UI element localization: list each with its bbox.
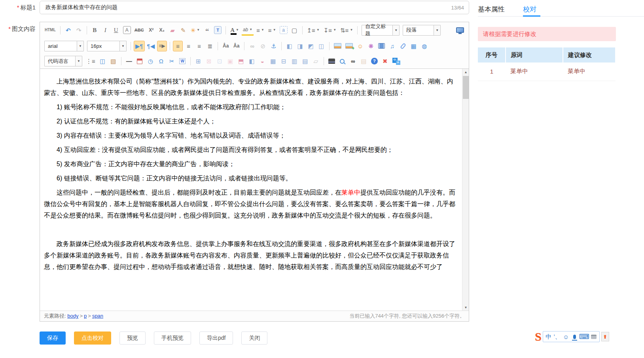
image-float-left-button[interactable]: ◧ <box>284 41 294 51</box>
find-replace-button[interactable]: ∞ <box>348 56 358 66</box>
mobile-preview-button[interactable]: 手机预览 <box>154 331 191 345</box>
ordered-list-button[interactable]: ≡▼ <box>255 25 266 36</box>
title-input[interactable] <box>45 4 447 11</box>
superscript-button[interactable]: X² <box>146 25 156 36</box>
attachment-button[interactable] <box>398 41 408 51</box>
chevron-down-icon[interactable]: ▼ <box>75 56 82 66</box>
editor-content-area[interactable]: 上海慧洲信息技术有限公司（简称“慧洲科技”）作为国内领先的、专业的政务新媒体检查… <box>40 69 469 311</box>
indent-button[interactable]: ≡▶ <box>157 41 167 51</box>
sogou-logo-icon[interactable]: S <box>535 331 542 343</box>
clipboard-button[interactable]: ▤ <box>359 56 369 66</box>
editor-paragraph[interactable]: 6) 链接错误、断链等其它问题：正文内容中的链接无法访问，或者链接出现问题等。 <box>44 172 456 184</box>
anchor-style-button[interactable]: a <box>280 26 288 34</box>
remove-format-button[interactable]: ▰ <box>168 25 178 36</box>
iframe-button[interactable]: ◍ <box>419 41 429 51</box>
char-border-button[interactable]: A <box>123 26 131 34</box>
save-button[interactable]: 保存 <box>40 331 66 345</box>
screenshot-button[interactable]: ✂ <box>167 56 177 66</box>
columns-button[interactable]: ◫ <box>98 56 108 66</box>
new-page-button[interactable]: ▢ <box>290 25 299 36</box>
font-select[interactable]: arial▼ <box>44 41 84 51</box>
translate-button[interactable] <box>391 56 402 66</box>
paragraph-select[interactable]: 段落▼ <box>403 25 441 36</box>
date-button[interactable] <box>135 56 145 66</box>
table-row[interactable]: 1莱单中菜单中 <box>478 63 616 81</box>
element-path-link-span[interactable]: span <box>92 313 103 319</box>
video-button[interactable] <box>377 41 386 51</box>
undo-button[interactable]: ↶ <box>63 25 73 36</box>
hr-button[interactable]: — <box>124 56 134 66</box>
chevron-down-icon[interactable]: ▼ <box>119 41 126 51</box>
chevron-down-icon[interactable]: ▼ <box>434 25 440 35</box>
print-button[interactable] <box>327 56 337 66</box>
insert-image-button[interactable] <box>332 41 343 51</box>
editor-document[interactable]: 上海慧洲信息技术有限公司（简称“慧洲科技”）作为国内领先的、专业的政务新媒体检查… <box>40 69 462 311</box>
emoji-button[interactable]: ☺ <box>355 41 365 51</box>
editor-paragraph[interactable]: 上海慧洲信息技术有限公司（简称“慧洲科技”）作为国内领先的、专业的政务新媒体检查… <box>44 76 456 98</box>
editor-paragraph[interactable]: 4) 互动回应差：没有提供互动回应功能，或者网民提出了问题而没有得到答复，或者答… <box>44 144 456 155</box>
chevron-down-icon[interactable]: ▼ <box>236 28 239 32</box>
tab-proofread[interactable]: 校对 <box>523 5 536 16</box>
preview-button[interactable]: 预览 <box>119 331 146 345</box>
ime-expand-icon[interactable]: ⬆ <box>601 332 609 341</box>
heading-select[interactable]: 自定义标题▼ <box>362 25 400 36</box>
hanging-indent-button[interactable]: ¶◀ <box>146 41 157 51</box>
split-col-button[interactable]: ▥ <box>290 56 299 66</box>
scrollbar-down-arrow[interactable]: ▼ <box>462 304 469 311</box>
font-color-button[interactable]: A▼ <box>229 25 241 36</box>
special-char-button[interactable]: Ω <box>156 56 166 66</box>
tab-basic-props[interactable]: 基本属性 <box>478 5 505 16</box>
soft-keyboard-icon[interactable]: ⌨ <box>579 332 589 341</box>
size-select[interactable]: 16px▼ <box>87 41 127 51</box>
strikethrough-button[interactable]: ABC <box>133 25 146 36</box>
blockquote-button[interactable]: “ <box>202 25 212 36</box>
chevron-down-icon[interactable]: ▼ <box>392 25 399 35</box>
baidu-map-button[interactable]: ▧ <box>108 56 118 66</box>
code-block-button[interactable]: ⋮≡ <box>84 56 97 66</box>
scrollbar-thumb[interactable] <box>463 76 469 99</box>
first-line-indent-button[interactable]: ▶¶ <box>134 41 145 51</box>
line-height-button[interactable]: ⇅≡▼ <box>339 25 354 36</box>
delete-table-button[interactable]: ⊠ <box>204 56 214 66</box>
batch-image-button[interactable] <box>344 41 354 51</box>
editor-paragraph[interactable]: 1) 账号名称不规范：不能很好地反映属地信息，或者不能体现政府部门工作职能； <box>44 101 456 113</box>
editor-scrollbar[interactable]: ▲ ▼ <box>462 69 469 311</box>
emoji-panel-icon[interactable]: ☺ <box>562 332 570 341</box>
chevron-down-icon[interactable]: ▼ <box>249 28 252 31</box>
preview-button[interactable] <box>337 56 347 66</box>
editor-paragraph[interactable]: 3) 内容存在错误：主要体现为领导人名字写错、地名写错以及词语、成语错误等； <box>44 130 456 141</box>
image-inline-button[interactable]: ◩ <box>306 41 316 51</box>
toolbox-icon[interactable] <box>589 332 598 341</box>
format-brush-button[interactable]: ✎ <box>178 25 188 36</box>
align-justify-button[interactable]: ≣ <box>205 41 215 51</box>
proofread-button[interactable]: 点击校对 <box>74 331 111 345</box>
highlight-color-button[interactable]: ab▼ <box>241 25 254 36</box>
editor-paragraph[interactable]: 5) 发布商业广告：正文内容中存在大量的商业广告，影响阅读； <box>44 158 456 170</box>
split-row-button[interactable]: ⊟ <box>279 56 289 66</box>
editor-paragraph[interactable]: 2) 认证信息不规范：有的新媒体账号认证主体还是个人； <box>44 116 456 127</box>
chevron-down-icon[interactable]: ▼ <box>197 28 200 32</box>
italic-button[interactable]: I <box>100 25 110 36</box>
scrollbar-up-arrow[interactable]: ▲ <box>462 69 469 75</box>
chevron-down-icon[interactable]: ▼ <box>273 28 276 32</box>
insert-col-left-button[interactable]: ◧ <box>247 56 257 66</box>
underline-button[interactable]: U <box>111 25 121 36</box>
time-button[interactable]: ◷ <box>146 56 155 66</box>
voice-input-icon[interactable] <box>570 332 579 341</box>
element-path-link-body[interactable]: body <box>67 313 78 319</box>
fullscreen-button[interactable] <box>455 25 466 36</box>
chevron-down-icon[interactable]: ▼ <box>333 28 336 32</box>
align-right-button[interactable]: ≡ <box>194 41 204 51</box>
editor-paragraph[interactable] <box>44 224 456 235</box>
align-center-button[interactable]: ≡ <box>184 41 193 51</box>
insert-table-button[interactable]: ⊞ <box>193 56 203 66</box>
editor-paragraph[interactable]: 这些问题中，一般的问题经检查、提出后，都能得到及时改正，目前最主要的问题就是互动… <box>44 187 456 221</box>
unordered-list-button[interactable]: ≡▼ <box>267 25 278 36</box>
redo-button[interactable]: ↷ <box>74 25 84 36</box>
export-pdf-button[interactable]: 导出pdf <box>199 331 233 345</box>
source-code-button[interactable]: HTML <box>43 25 57 36</box>
help-button[interactable]: ? <box>369 56 379 66</box>
align-left-button[interactable]: ≡ <box>173 41 183 51</box>
uppercase-button[interactable]: Åa <box>221 41 231 51</box>
merge-cells-button[interactable]: ▦ <box>268 56 278 66</box>
